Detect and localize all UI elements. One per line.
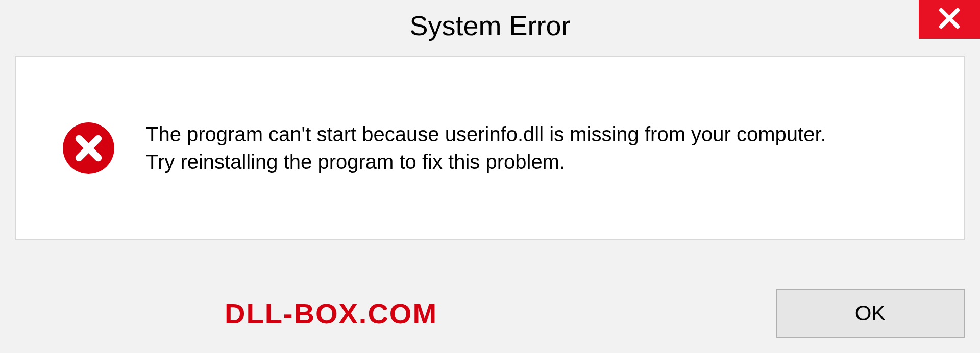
title-bar: System Error (0, 0, 980, 51)
error-message: The program can't start because userinfo… (146, 120, 826, 175)
message-line-1: The program can't start because userinfo… (146, 120, 826, 148)
content-panel: The program can't start because userinfo… (15, 56, 965, 240)
error-icon (62, 121, 115, 175)
ok-button[interactable]: OK (776, 289, 965, 338)
watermark-text: DLL-BOX.COM (225, 297, 437, 330)
message-line-2: Try reinstalling the program to fix this… (146, 148, 826, 175)
close-button[interactable] (919, 0, 980, 39)
close-icon (937, 6, 962, 33)
dialog-title: System Error (409, 10, 570, 41)
footer-area: DLL-BOX.COM OK (15, 289, 965, 338)
